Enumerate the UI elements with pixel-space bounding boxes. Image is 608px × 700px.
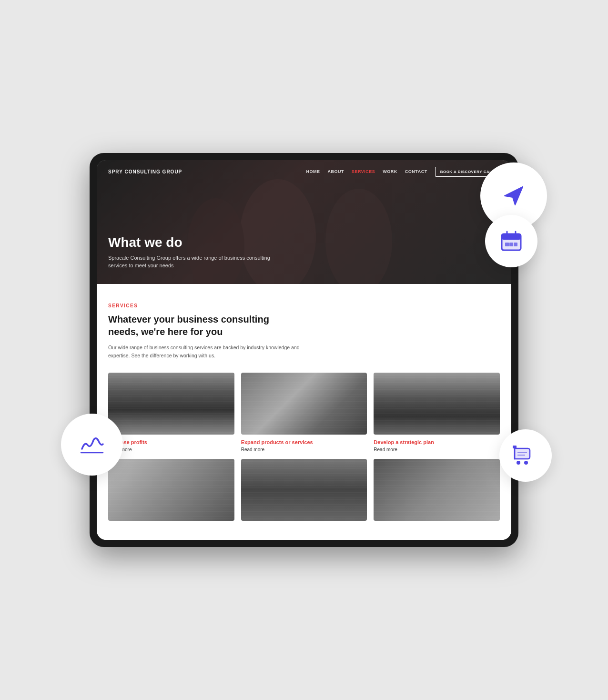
svg-point-13	[524, 461, 528, 465]
service-read-more-1[interactable]: Read more	[108, 447, 234, 452]
tablet-frame: SPRY CONSULTING GROUP HOME ABOUT SERVICE…	[90, 153, 518, 548]
website-content: SPRY CONSULTING GROUP HOME ABOUT SERVICE…	[97, 160, 511, 540]
svg-rect-9	[515, 448, 530, 459]
hero-text-block: What we do Spracale Consulting Group off…	[108, 235, 270, 270]
service-title-3: Develop a strategic plan	[374, 439, 500, 445]
svg-rect-3	[502, 234, 521, 240]
hero-section: SPRY CONSULTING GROUP HOME ABOUT SERVICE…	[97, 160, 511, 284]
cart-icon	[513, 443, 538, 468]
float-circle-calendar[interactable]	[485, 215, 537, 267]
send-icon	[501, 183, 527, 209]
service-read-more-2[interactable]: Read more	[241, 447, 367, 452]
service-card-strategic-plan: Develop a strategic plan Read more	[374, 373, 500, 452]
service-image-office	[108, 459, 234, 521]
service-card-6	[374, 459, 500, 526]
float-circle-cart[interactable]	[499, 429, 552, 482]
service-image-city3	[374, 373, 500, 435]
hero-subtitle: Spracale Consulting Group offers a wide …	[108, 254, 270, 270]
nav-link-about[interactable]: ABOUT	[327, 169, 344, 174]
service-card-5	[241, 459, 367, 526]
float-circle-chart[interactable]	[61, 414, 123, 476]
services-label: SERVICES	[108, 303, 500, 308]
svg-rect-6	[505, 243, 509, 246]
nav-link-contact[interactable]: CONTACT	[405, 169, 427, 174]
nav-link-home[interactable]: HOME	[306, 169, 320, 174]
service-image-hands	[241, 373, 367, 435]
service-image-city1	[108, 373, 234, 435]
service-image-tech	[374, 459, 500, 521]
hero-title: What we do	[108, 235, 270, 250]
nav-links: HOME ABOUT SERVICES WORK CONTACT BOOK A …	[306, 167, 500, 177]
chart-icon	[79, 432, 105, 457]
service-image-meeting	[241, 459, 367, 521]
services-heading: Whatever your business consulting needs,…	[108, 313, 280, 338]
nav-logo: SPRY CONSULTING GROUP	[108, 169, 306, 174]
nav-link-work[interactable]: WORK	[383, 169, 397, 174]
service-card-increase-profits: Increase profits Read more	[108, 373, 234, 452]
svg-point-12	[517, 461, 520, 465]
svg-rect-8	[514, 243, 517, 246]
service-card-4	[108, 459, 234, 526]
nav-link-services[interactable]: SERVICES	[352, 169, 375, 174]
service-read-more-3[interactable]: Read more	[374, 447, 500, 452]
calendar-icon	[499, 229, 523, 253]
outer-wrapper: SPRY CONSULTING GROUP HOME ABOUT SERVICE…	[90, 153, 518, 548]
navbar: SPRY CONSULTING GROUP HOME ABOUT SERVICE…	[97, 160, 511, 183]
services-grid: Increase profits Read more	[108, 373, 500, 526]
services-section: SERVICES Whatever your business consulti…	[97, 284, 511, 540]
service-title-1: Increase profits	[108, 439, 234, 445]
service-card-expand-products: Expand products or services Read more	[241, 373, 367, 452]
svg-rect-7	[509, 243, 513, 246]
service-title-2: Expand products or services	[241, 439, 367, 445]
services-description: Our wide range of business consulting se…	[108, 344, 308, 360]
